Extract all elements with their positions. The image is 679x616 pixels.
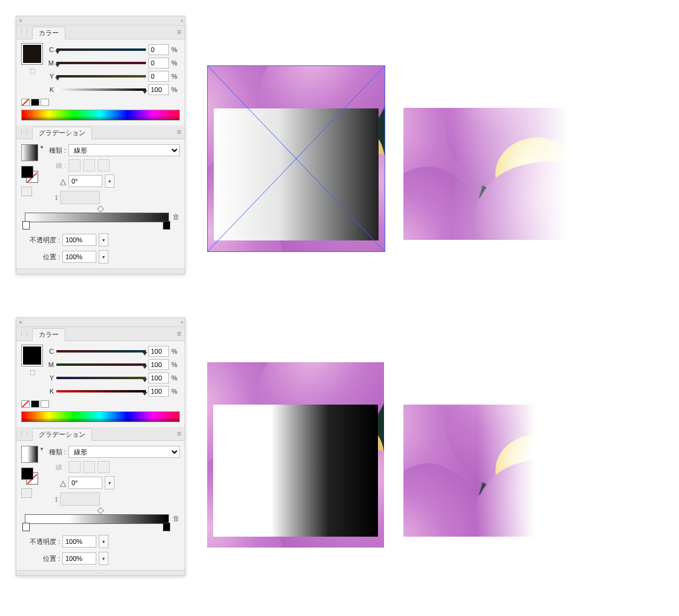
- panel-titlebar[interactable]: × «: [16, 16, 185, 25]
- black-slider[interactable]: [56, 87, 146, 92]
- yellow-label: Y: [47, 374, 54, 382]
- gradient-slider[interactable]: 🗑: [21, 514, 180, 529]
- color-swatch[interactable]: [21, 345, 43, 366]
- stroke-mode-1-icon[interactable]: [68, 461, 81, 473]
- panel-grip-icon[interactable]: ⋮⋮: [19, 331, 30, 337]
- gradient-rectangle[interactable]: [213, 405, 378, 537]
- yellow-input[interactable]: [148, 373, 169, 383]
- black-input[interactable]: [148, 84, 169, 95]
- black-slider[interactable]: [56, 389, 146, 394]
- panel-menu-icon[interactable]: ≡: [177, 330, 181, 338]
- magenta-slider[interactable]: [56, 61, 146, 65]
- panel-grip-icon[interactable]: ⋮⋮: [19, 431, 30, 437]
- magenta-input[interactable]: [148, 58, 169, 68]
- fill-stroke-indicator[interactable]: [21, 468, 38, 485]
- opacity-input[interactable]: [62, 535, 96, 548]
- magenta-label: M: [47, 361, 54, 368]
- position-dropdown-icon[interactable]: ▾: [99, 552, 108, 565]
- panel-resize-grip[interactable]: ······: [16, 268, 185, 274]
- artboard-source-2[interactable]: [207, 362, 384, 548]
- stroke-mode-3-icon[interactable]: [98, 461, 110, 473]
- color-patches[interactable]: [21, 400, 180, 408]
- angle-input[interactable]: [68, 477, 102, 489]
- panel-menu-icon[interactable]: ≡: [177, 429, 181, 438]
- stroke-label: 線 :: [48, 463, 66, 472]
- opacity-dropdown-icon[interactable]: ▾: [99, 233, 108, 247]
- panel-titlebar[interactable]: × «: [16, 318, 185, 327]
- panel-grip-icon[interactable]: ⋮⋮: [19, 29, 30, 35]
- artboard-source-1[interactable]: [207, 65, 385, 252]
- cyan-slider[interactable]: [56, 47, 146, 52]
- gradient-preview[interactable]: [21, 144, 38, 161]
- cyan-input[interactable]: [148, 44, 169, 55]
- yellow-slider[interactable]: [56, 376, 146, 380]
- panel-menu-icon[interactable]: ≡: [177, 128, 181, 136]
- gradient-midpoint-handle[interactable]: [97, 507, 104, 514]
- angle-dropdown-icon[interactable]: ▾: [105, 476, 114, 489]
- color-spectrum[interactable]: [21, 411, 180, 422]
- gradient-preset-dropdown-icon[interactable]: ▼: [39, 446, 44, 452]
- panel-grip-icon[interactable]: ⋮⋮: [19, 129, 30, 135]
- collapse-icon[interactable]: «: [181, 319, 182, 325]
- yellow-input[interactable]: [148, 71, 169, 82]
- color-tab-bar: ⋮⋮ カラー ≡: [16, 25, 185, 39]
- color-gradient-panel-2: × « ⋮⋮ カラー ≡ ⬚ C % M: [16, 317, 185, 576]
- position-input[interactable]: [62, 251, 96, 263]
- fill-swatch[interactable]: [21, 468, 33, 480]
- position-dropdown-icon[interactable]: ▾: [99, 250, 108, 263]
- type-label: 種類 :: [48, 146, 66, 155]
- gradient-stop-white[interactable]: [22, 221, 30, 230]
- result-image-2: [403, 405, 568, 537]
- stroke-mode-1-icon[interactable]: [68, 159, 81, 171]
- gradient-stop-black[interactable]: [163, 221, 170, 230]
- opacity-label: 不透明度 :: [21, 236, 60, 245]
- fill-stroke-indicator[interactable]: [21, 166, 38, 183]
- stroke-mode-2-icon[interactable]: [83, 461, 95, 473]
- gradient-type-select[interactable]: 線形: [68, 446, 180, 458]
- stroke-mode-2-icon[interactable]: [83, 159, 95, 171]
- tab-color[interactable]: カラー: [32, 27, 65, 39]
- gradient-slider[interactable]: 🗑: [21, 213, 180, 227]
- cyan-slider[interactable]: [56, 349, 146, 354]
- gradient-stop-black[interactable]: [163, 523, 170, 531]
- angle-input[interactable]: [68, 175, 102, 187]
- gradient-preview[interactable]: [21, 446, 38, 463]
- reverse-gradient-icon[interactable]: [21, 488, 32, 498]
- close-icon[interactable]: ×: [19, 319, 22, 326]
- yellow-slider[interactable]: [56, 74, 146, 79]
- collapse-icon[interactable]: «: [181, 18, 182, 24]
- stroke-mode-3-icon[interactable]: [98, 159, 110, 171]
- fill-swatch[interactable]: [21, 166, 33, 178]
- registration-icon: ⬚: [30, 67, 35, 74]
- gradient-stop-white[interactable]: [22, 523, 30, 531]
- aspect-icon: ⟟: [48, 495, 58, 503]
- tab-gradient[interactable]: グラデーション: [32, 127, 92, 139]
- trash-icon[interactable]: 🗑: [173, 213, 180, 221]
- close-icon[interactable]: ×: [19, 18, 22, 24]
- opacity-input[interactable]: [62, 234, 96, 246]
- position-input[interactable]: [62, 552, 96, 565]
- gradient-track[interactable]: [25, 514, 169, 524]
- panel-resize-grip[interactable]: ······: [16, 570, 185, 575]
- gradient-panel-body: ▼ 種類 : 線形 線 :: [16, 441, 185, 570]
- trash-icon[interactable]: 🗑: [173, 514, 180, 523]
- tab-gradient[interactable]: グラデーション: [32, 428, 92, 441]
- gradient-type-select[interactable]: 線形: [68, 144, 180, 156]
- magenta-slider[interactable]: [56, 362, 146, 367]
- panel-menu-icon[interactable]: ≡: [177, 28, 181, 36]
- tab-color[interactable]: カラー: [32, 328, 65, 341]
- opacity-dropdown-icon[interactable]: ▾: [99, 535, 108, 548]
- color-swatch[interactable]: [21, 43, 43, 65]
- color-spectrum[interactable]: [21, 110, 180, 121]
- gradient-track[interactable]: [25, 213, 169, 222]
- gradient-preset-dropdown-icon[interactable]: ▼: [39, 145, 44, 150]
- reverse-gradient-icon[interactable]: [21, 187, 32, 196]
- gradient-midpoint-handle[interactable]: [97, 205, 104, 212]
- black-input[interactable]: [148, 386, 169, 397]
- color-patches[interactable]: [21, 99, 180, 106]
- color-tab-bar: ⋮⋮ カラー ≡: [16, 327, 185, 341]
- magenta-input[interactable]: [148, 359, 169, 370]
- cyan-input[interactable]: [148, 346, 169, 357]
- angle-dropdown-icon[interactable]: ▾: [105, 174, 114, 188]
- gradient-rectangle[interactable]: [214, 108, 379, 240]
